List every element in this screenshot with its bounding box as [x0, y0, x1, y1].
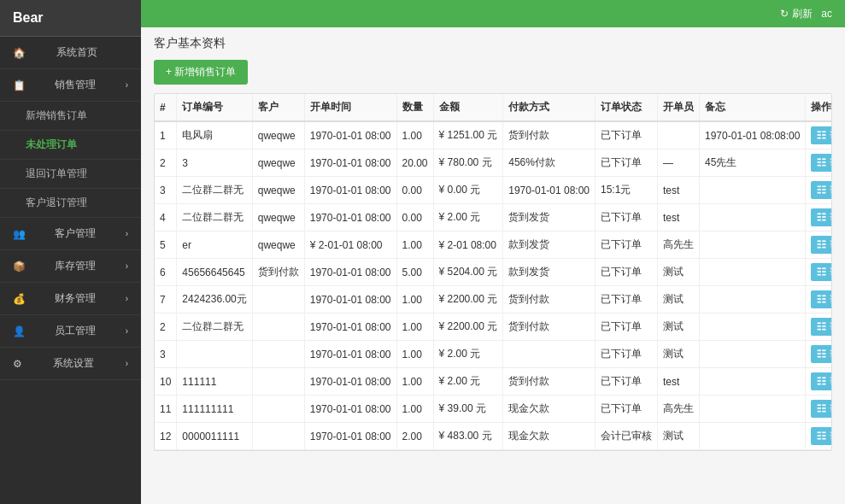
- detail-button[interactable]: ☷ 详情: [811, 236, 832, 254]
- table-cell: [700, 231, 806, 259]
- table-cell: 款到发货: [503, 231, 596, 259]
- detail-button[interactable]: ☷ 详情: [811, 318, 832, 336]
- table-cell: 已下订单: [596, 286, 658, 314]
- table-cell: 二位群二群无: [177, 204, 252, 231]
- table-col-header: #: [155, 94, 177, 121]
- detail-button[interactable]: ☷ 详情: [811, 427, 832, 445]
- main-area: ↻ 刷新 ac 客户基本资料 + 新增销售订单 #订单编号客户开单时间数量金额付…: [141, 0, 845, 504]
- table-cell: ¥ 483.00 元: [433, 423, 503, 450]
- table-cell: 已下订单: [596, 368, 658, 396]
- orders-table: #订单编号客户开单时间数量金额付款方式订单状态开单员备忘操作 1电风扇qweqw…: [155, 94, 832, 450]
- table-cell: [177, 341, 252, 368]
- sidebar-item-finance[interactable]: 💰 财务管理 ›: [0, 283, 141, 315]
- table-col-header: 金额: [433, 94, 503, 121]
- table-cell: 已下订单: [596, 396, 658, 423]
- table-cell: 2.00: [396, 423, 433, 450]
- table-cell: 已下订单: [596, 121, 658, 149]
- sidebar-item-inventory[interactable]: 📦 库存管理 ›: [0, 250, 141, 283]
- detail-button[interactable]: ☷ 详情: [811, 126, 832, 144]
- table-cell: 高先生: [658, 231, 700, 259]
- chevron-right-icon: ›: [126, 326, 128, 336]
- table-actions-cell: ☷ 详情✎ 修改🗑 删除: [806, 204, 832, 231]
- table-cell: [503, 341, 596, 368]
- sidebar-item-settings[interactable]: ⚙ 系统设置 ›: [0, 348, 141, 380]
- sidebar-logo: Bear: [0, 0, 141, 37]
- sidebar-sub-item-new-order[interactable]: 新增销售订单: [0, 102, 141, 131]
- sidebar-item-customer[interactable]: 👥 客户管理 ›: [0, 218, 141, 250]
- table-cell: [700, 368, 806, 396]
- table-cell: 1970-01-01 08:00: [304, 149, 396, 177]
- table-cell: qweqwe: [252, 231, 304, 259]
- table-cell: qweqwe: [252, 149, 304, 177]
- table-cell: 现金欠款: [503, 423, 596, 450]
- table-cell: 2424236.00元: [177, 286, 252, 314]
- sidebar-item-sales[interactable]: 📋 销售管理 ›: [0, 69, 141, 102]
- table-actions-cell: ☷ 详情✎ 修改🗑 删除: [806, 368, 832, 396]
- sidebar-item-label: 系统首页: [56, 45, 97, 60]
- add-order-button[interactable]: + 新增销售订单: [154, 60, 248, 85]
- table-cell: ¥ 1251.00 元: [433, 121, 503, 149]
- detail-button[interactable]: ☷ 详情: [811, 400, 832, 418]
- table-cell: 1: [155, 121, 177, 149]
- sidebar-sub-item-pending-order[interactable]: 未处理订单: [0, 131, 141, 160]
- table-cell: [700, 177, 806, 204]
- detail-button[interactable]: ☷ 详情: [811, 181, 832, 199]
- sidebar-item-label: 系统设置: [53, 356, 94, 371]
- table-cell: 1.00: [396, 286, 433, 314]
- chevron-right-icon: ›: [126, 229, 128, 238]
- table-cell: 45先生: [700, 149, 806, 177]
- home-icon: 🏠: [13, 47, 26, 59]
- table-cell: [252, 314, 304, 341]
- sidebar: Bear 🏠 系统首页 📋 销售管理 › 新增销售订单 未处理订单 退回订单管理…: [0, 0, 141, 504]
- table-row: 111111111111970-01-01 08:001.00¥ 39.00 元…: [155, 396, 832, 423]
- table-cell: [700, 423, 806, 450]
- table-header-row: #订单编号客户开单时间数量金额付款方式订单状态开单员备忘操作: [155, 94, 832, 121]
- finance-icon: 💰: [13, 293, 26, 305]
- table-row: 23qweqwe1970-01-01 08:0020.00¥ 780.00 元4…: [155, 149, 832, 177]
- table-cell: 1970-01-01 08:00: [304, 396, 396, 423]
- detail-button[interactable]: ☷ 详情: [811, 263, 832, 281]
- table-actions-cell: ☷ 详情✎ 修改🗑 删除: [806, 286, 832, 314]
- table-cell: 1970-01-01 08:08:00: [700, 121, 806, 149]
- table-col-header: 客户: [252, 94, 304, 121]
- table-cell: 已下订单: [596, 259, 658, 286]
- table-cell: 1970-01-01 08:00: [304, 177, 396, 204]
- sidebar-sub-item-cancel-order[interactable]: 客户退订管理: [0, 189, 141, 218]
- settings-icon: ⚙: [13, 358, 22, 370]
- table-cell: ¥ 2-01-01 08:00: [304, 231, 396, 259]
- table-cell: ¥ 5204.00 元: [433, 259, 503, 286]
- table-cell: 1.00: [396, 121, 433, 149]
- table-cell: 1970-01-01 08:00: [304, 259, 396, 286]
- table-row: 1电风扇qweqwe1970-01-01 08:001.00¥ 1251.00 …: [155, 121, 832, 149]
- sidebar-sub-item-return-order[interactable]: 退回订单管理: [0, 160, 141, 189]
- detail-button[interactable]: ☷ 详情: [811, 208, 832, 226]
- table-row: 3二位群二群无qweqwe1970-01-01 08:000.00¥ 0.00 …: [155, 177, 832, 204]
- page-title: 客户基本资料: [154, 36, 832, 51]
- table-cell: test: [658, 204, 700, 231]
- detail-button[interactable]: ☷ 详情: [811, 372, 832, 390]
- table-cell: 0.00: [396, 204, 433, 231]
- refresh-button[interactable]: ↻ 刷新: [780, 7, 813, 21]
- detail-button[interactable]: ☷ 详情: [811, 345, 832, 363]
- sidebar-item-employee[interactable]: 👤 员工管理 ›: [0, 315, 141, 348]
- table-row: 5erqweqwe¥ 2-01-01 08:001.00¥ 2-01 08:00…: [155, 231, 832, 259]
- table-row: 72424236.00元1970-01-01 08:001.00¥ 2200.0…: [155, 286, 832, 314]
- table-cell: 1970-01-01 08:00: [304, 341, 396, 368]
- table-cell: ¥ 2200.00 元: [433, 286, 503, 314]
- topbar: ↻ 刷新 ac: [141, 0, 845, 27]
- table-cell: 已下订单: [596, 231, 658, 259]
- table-cell: 1970-01-01 08:00: [503, 177, 596, 204]
- table-cell: 12: [155, 423, 177, 450]
- table-cell: [252, 396, 304, 423]
- table-cell: 3: [177, 149, 252, 177]
- detail-button[interactable]: ☷ 详情: [811, 154, 832, 172]
- table-cell: er: [177, 231, 252, 259]
- sidebar-item-home[interactable]: 🏠 系统首页: [0, 37, 141, 69]
- table-actions-cell: ☷ 详情✎ 修改🗑 删除: [806, 314, 832, 341]
- table-cell: 已下订单: [596, 341, 658, 368]
- table-cell: 1.00: [396, 341, 433, 368]
- detail-button[interactable]: ☷ 详情: [811, 290, 832, 308]
- table-cell: ¥ 2.00 元: [433, 368, 503, 396]
- table-cell: 4: [155, 204, 177, 231]
- table-cell: 45656645645: [177, 259, 252, 286]
